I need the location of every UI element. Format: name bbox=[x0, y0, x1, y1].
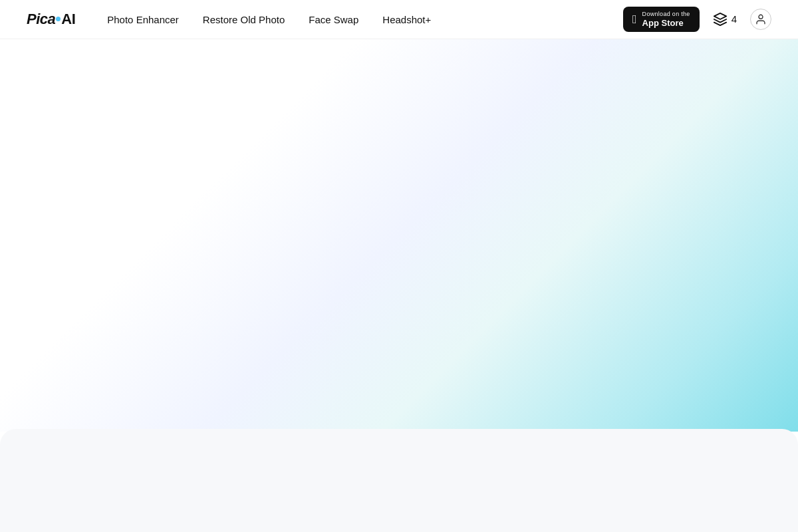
app-store-download-text: Download on the bbox=[642, 11, 690, 18]
main-header: PicaAI Photo Enhancer Restore Old Photo … bbox=[0, 0, 798, 39]
background-gradient bbox=[0, 39, 798, 432]
user-icon bbox=[755, 13, 767, 25]
logo[interactable]: PicaAI bbox=[27, 11, 75, 28]
layers-count: 4 bbox=[732, 13, 737, 25]
svg-marker-0 bbox=[714, 13, 726, 19]
main-content bbox=[0, 0, 798, 532]
main-nav: Photo Enhancer Restore Old Photo Face Sw… bbox=[107, 14, 623, 25]
layers-icon bbox=[713, 12, 728, 27]
header-right:  Download on the App Store 4 bbox=[623, 7, 771, 32]
app-store-name: App Store bbox=[642, 18, 690, 29]
svg-point-1 bbox=[759, 15, 763, 19]
nav-headshot-plus[interactable]: Headshot+ bbox=[382, 14, 431, 25]
app-store-button[interactable]:  Download on the App Store bbox=[623, 7, 700, 32]
nav-restore-old-photo[interactable]: Restore Old Photo bbox=[203, 14, 285, 25]
layers-button[interactable]: 4 bbox=[713, 12, 737, 27]
bottom-section bbox=[0, 429, 798, 532]
nav-photo-enhancer[interactable]: Photo Enhancer bbox=[107, 14, 179, 25]
apple-icon:  bbox=[632, 13, 637, 25]
nav-face-swap[interactable]: Face Swap bbox=[309, 14, 358, 25]
user-account-button[interactable] bbox=[750, 9, 771, 30]
